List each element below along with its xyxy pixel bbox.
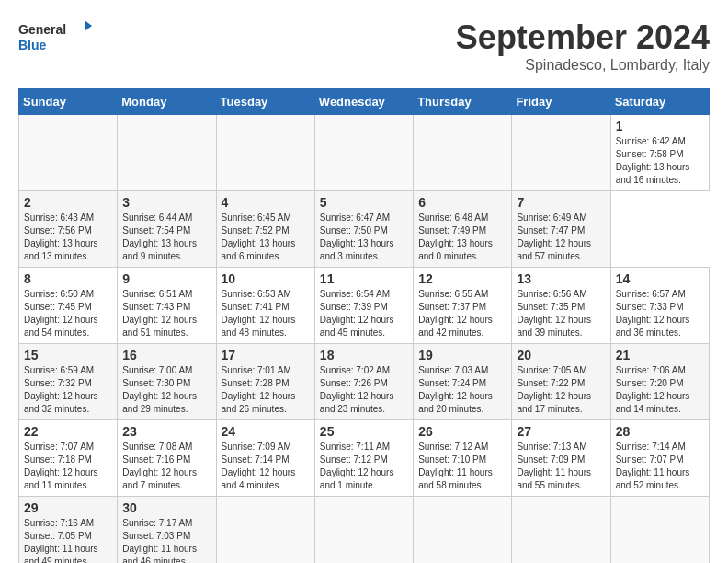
header-day: Friday [512, 89, 610, 115]
day-number: 1 [616, 119, 704, 133]
calendar-cell: 18Sunrise: 7:02 AMSunset: 7:26 PMDayligh… [314, 344, 413, 420]
day-info: Sunrise: 7:07 AMSunset: 7:18 PMDaylight:… [24, 441, 112, 492]
calendar-cell [512, 115, 610, 191]
day-number: 17 [222, 348, 310, 362]
calendar-row: 1Sunrise: 6:42 AMSunset: 7:58 PMDaylight… [19, 115, 710, 191]
calendar-cell: 19Sunrise: 7:03 AMSunset: 7:24 PMDayligh… [414, 344, 512, 420]
calendar-cell: 25Sunrise: 7:11 AMSunset: 7:12 PMDayligh… [314, 420, 413, 497]
calendar-cell: 24Sunrise: 7:09 AMSunset: 7:14 PMDayligh… [216, 420, 314, 497]
calendar-cell: 1Sunrise: 6:42 AMSunset: 7:58 PMDaylight… [610, 115, 709, 191]
day-info: Sunrise: 6:47 AMSunset: 7:50 PMDaylight:… [320, 212, 408, 263]
day-info: Sunrise: 6:50 AMSunset: 7:45 PMDaylight:… [24, 288, 112, 339]
day-number: 5 [320, 195, 408, 210]
day-number: 27 [517, 424, 605, 439]
day-info: Sunrise: 7:11 AMSunset: 7:12 PMDaylight:… [320, 441, 408, 492]
day-info: Sunrise: 6:53 AMSunset: 7:41 PMDaylight:… [222, 288, 310, 339]
day-info: Sunrise: 7:09 AMSunset: 7:14 PMDaylight:… [222, 441, 310, 492]
day-info: Sunrise: 6:48 AMSunset: 7:49 PMDaylight:… [418, 212, 506, 263]
day-info: Sunrise: 6:43 AMSunset: 7:56 PMDaylight:… [24, 212, 112, 263]
day-info: Sunrise: 7:05 AMSunset: 7:22 PMDaylight:… [517, 364, 605, 416]
calendar-cell: 15Sunrise: 6:59 AMSunset: 7:32 PMDayligh… [19, 344, 118, 420]
svg-text:General: General [18, 22, 66, 37]
day-number: 20 [517, 348, 605, 362]
day-number: 14 [616, 271, 704, 286]
calendar-cell: 7Sunrise: 6:49 AMSunset: 7:47 PMDaylight… [512, 191, 610, 268]
day-number: 21 [616, 348, 704, 362]
header-row: SundayMondayTuesdayWednesdayThursdayFrid… [19, 89, 710, 115]
calendar-cell: 9Sunrise: 6:51 AMSunset: 7:43 PMDaylight… [118, 268, 216, 344]
day-info: Sunrise: 7:16 AMSunset: 7:05 PMDaylight:… [24, 517, 112, 563]
calendar-row: 15Sunrise: 6:59 AMSunset: 7:32 PMDayligh… [19, 344, 710, 420]
day-info: Sunrise: 6:59 AMSunset: 7:32 PMDaylight:… [24, 364, 112, 416]
calendar-cell: 4Sunrise: 6:45 AMSunset: 7:52 PMDaylight… [216, 191, 314, 268]
day-number: 10 [222, 271, 310, 286]
calendar-cell: 29Sunrise: 7:16 AMSunset: 7:05 PMDayligh… [19, 497, 118, 564]
header-day: Tuesday [216, 89, 314, 115]
calendar-cell: 16Sunrise: 7:00 AMSunset: 7:30 PMDayligh… [118, 344, 216, 420]
calendar-cell: 2Sunrise: 6:43 AMSunset: 7:56 PMDaylight… [19, 191, 118, 268]
header-day: Monday [118, 89, 216, 115]
day-info: Sunrise: 7:13 AMSunset: 7:09 PMDaylight:… [517, 441, 605, 492]
calendar-cell: 27Sunrise: 7:13 AMSunset: 7:09 PMDayligh… [512, 420, 610, 497]
day-info: Sunrise: 6:45 AMSunset: 7:52 PMDaylight:… [222, 212, 310, 263]
day-number: 4 [222, 195, 310, 210]
calendar-cell [414, 497, 512, 564]
calendar-row: 29Sunrise: 7:16 AMSunset: 7:05 PMDayligh… [19, 497, 710, 564]
day-info: Sunrise: 7:06 AMSunset: 7:20 PMDaylight:… [616, 364, 704, 416]
logo-icon: General Blue [18, 18, 92, 55]
day-number: 28 [616, 424, 704, 439]
calendar-cell [19, 115, 118, 191]
calendar-cell: 26Sunrise: 7:12 AMSunset: 7:10 PMDayligh… [414, 420, 512, 497]
day-info: Sunrise: 7:02 AMSunset: 7:26 PMDaylight:… [320, 364, 408, 416]
header-day: Thursday [414, 89, 512, 115]
day-info: Sunrise: 7:00 AMSunset: 7:30 PMDaylight:… [122, 364, 210, 416]
day-number: 26 [418, 424, 506, 439]
day-number: 19 [418, 348, 506, 362]
calendar-cell: 12Sunrise: 6:55 AMSunset: 7:37 PMDayligh… [414, 268, 512, 344]
calendar-row: 2Sunrise: 6:43 AMSunset: 7:56 PMDaylight… [19, 191, 710, 268]
location-title: Spinadesco, Lombardy, Italy [456, 57, 710, 74]
svg-marker-2 [85, 20, 92, 31]
day-number: 11 [320, 271, 408, 286]
calendar-cell: 10Sunrise: 6:53 AMSunset: 7:41 PMDayligh… [216, 268, 314, 344]
day-info: Sunrise: 7:01 AMSunset: 7:28 PMDaylight:… [222, 364, 310, 416]
month-title: September 2024 [456, 18, 710, 57]
day-info: Sunrise: 7:17 AMSunset: 7:03 PMDaylight:… [122, 517, 210, 563]
header-day: Sunday [19, 89, 118, 115]
calendar-cell: 8Sunrise: 6:50 AMSunset: 7:45 PMDaylight… [19, 268, 118, 344]
day-info: Sunrise: 6:55 AMSunset: 7:37 PMDaylight:… [418, 288, 506, 339]
calendar-row: 22Sunrise: 7:07 AMSunset: 7:18 PMDayligh… [19, 420, 710, 497]
calendar-cell [314, 115, 413, 191]
day-number: 2 [24, 195, 112, 210]
day-number: 22 [24, 424, 112, 439]
calendar-cell [512, 497, 610, 564]
calendar-cell: 14Sunrise: 6:57 AMSunset: 7:33 PMDayligh… [610, 268, 709, 344]
calendar-cell: 22Sunrise: 7:07 AMSunset: 7:18 PMDayligh… [19, 420, 118, 497]
calendar-cell: 28Sunrise: 7:14 AMSunset: 7:07 PMDayligh… [610, 420, 709, 497]
calendar-cell [610, 497, 709, 564]
day-info: Sunrise: 6:57 AMSunset: 7:33 PMDaylight:… [616, 288, 704, 339]
calendar-cell: 5Sunrise: 6:47 AMSunset: 7:50 PMDaylight… [314, 191, 413, 268]
calendar-cell [216, 497, 314, 564]
day-info: Sunrise: 6:42 AMSunset: 7:58 PMDaylight:… [616, 135, 704, 187]
header-day: Wednesday [314, 89, 413, 115]
day-number: 30 [122, 500, 210, 515]
day-info: Sunrise: 7:03 AMSunset: 7:24 PMDaylight:… [418, 364, 506, 416]
calendar-cell: 13Sunrise: 6:56 AMSunset: 7:35 PMDayligh… [512, 268, 610, 344]
day-number: 24 [222, 424, 310, 439]
day-number: 23 [122, 424, 210, 439]
day-number: 7 [517, 195, 605, 210]
calendar-cell [216, 115, 314, 191]
calendar-cell: 21Sunrise: 7:06 AMSunset: 7:20 PMDayligh… [610, 344, 709, 420]
calendar-cell [314, 497, 413, 564]
day-info: Sunrise: 6:44 AMSunset: 7:54 PMDaylight:… [122, 212, 210, 263]
day-number: 6 [418, 195, 506, 210]
calendar-cell: 3Sunrise: 6:44 AMSunset: 7:54 PMDaylight… [118, 191, 216, 268]
day-number: 12 [418, 271, 506, 286]
calendar-row: 8Sunrise: 6:50 AMSunset: 7:45 PMDaylight… [19, 268, 710, 344]
header-day: Saturday [610, 89, 709, 115]
day-number: 9 [122, 271, 210, 286]
calendar-table: SundayMondayTuesdayWednesdayThursdayFrid… [18, 88, 710, 563]
day-number: 29 [24, 500, 112, 515]
day-info: Sunrise: 6:51 AMSunset: 7:43 PMDaylight:… [122, 288, 210, 339]
